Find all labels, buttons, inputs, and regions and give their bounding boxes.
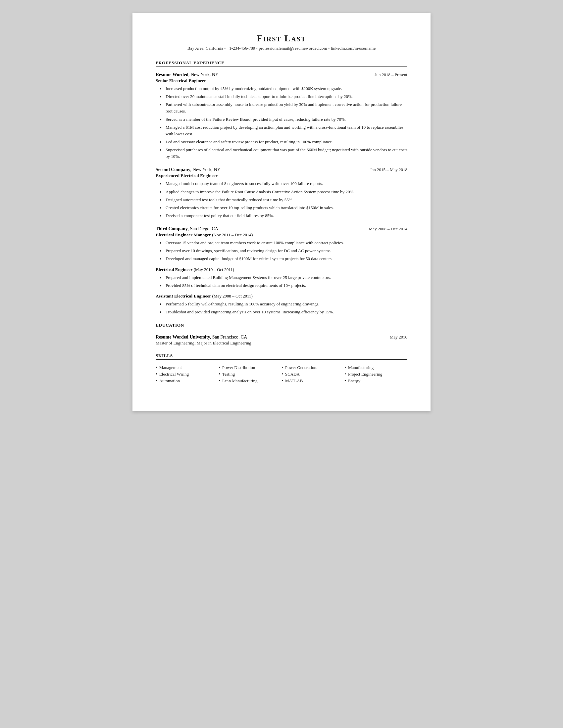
bullet-item-1-0-3: Created electronics circuits for over 10… bbox=[160, 205, 407, 211]
skills-column-1: •Power Distribution•Testing•Lean Manufac… bbox=[218, 364, 282, 384]
skill-item-0-2: •Automation bbox=[156, 378, 218, 384]
exp-company-0: Resume Worded, New York, NY bbox=[156, 71, 218, 77]
skill-item-2-1: •SCADA bbox=[282, 371, 345, 378]
role-title-2-0: Electrical Engineer Manager (Nov 2011 – … bbox=[156, 232, 407, 238]
skill-label-2-0: Power Generation. bbox=[285, 365, 317, 370]
education-section-title: Education bbox=[156, 323, 407, 329]
skill-label-1-1: Testing bbox=[222, 372, 235, 377]
bullet-item-0-0-1: Directed over 20 maintenance staff in da… bbox=[160, 93, 407, 100]
exp-header-0: Resume Worded, New York, NYJun 2018 – Pr… bbox=[156, 71, 407, 77]
role-2-1: Electrical Engineer (May 2010 – Oct 2011… bbox=[156, 267, 407, 289]
skills-column-0: •Management•Electrical Wiring•Automation bbox=[156, 364, 218, 384]
bullet-list-2-1: Prepared and implemented Building Manage… bbox=[156, 274, 407, 289]
bullet-item-2-1-0: Prepared and implemented Building Manage… bbox=[160, 274, 407, 281]
skills-column-3: •Manufacturing•Project Engineering•Energ… bbox=[345, 364, 407, 384]
exp-header-1: Second Company, New York, NYJan 2015 – M… bbox=[156, 166, 407, 172]
bullet-list-2-0: Oversaw 15 vendor and project team membe… bbox=[156, 240, 407, 262]
bullet-item-2-0-1: Prepared over 10 drawings, specification… bbox=[160, 248, 407, 254]
header-section: First Last Bay Area, California • +1-234… bbox=[156, 33, 407, 51]
exp-header-2: Third Company, San Diego, CAMay 2008 – D… bbox=[156, 226, 407, 232]
skill-label-1-0: Power Distribution bbox=[222, 365, 255, 370]
skill-label-0-2: Automation bbox=[159, 378, 180, 384]
skill-item-2-2: •MATLAB bbox=[282, 378, 345, 384]
bullet-item-2-2-1: Troubleshot and provided engineering ana… bbox=[160, 309, 407, 315]
skills-section-title: Skills bbox=[156, 353, 407, 360]
skill-label-2-1: SCADA bbox=[285, 372, 300, 377]
skill-bullet-icon: • bbox=[345, 372, 346, 377]
skill-bullet-icon: • bbox=[282, 365, 283, 370]
skill-item-3-2: •Energy bbox=[345, 378, 407, 384]
skill-bullet-icon: • bbox=[218, 372, 220, 377]
skill-bullet-icon: • bbox=[345, 365, 346, 370]
role-title-1-0: Experienced Electrical Engineer bbox=[156, 173, 407, 178]
bullet-list-2-2: Performed 5 facility walk-throughs, resu… bbox=[156, 301, 407, 315]
skill-label-0-1: Electrical Wiring bbox=[159, 372, 189, 377]
role-title-2-2: Assistant Electrical Engineer (May 2008 … bbox=[156, 294, 407, 299]
edu-date-0: May 2010 bbox=[390, 335, 407, 340]
skill-item-1-0: •Power Distribution bbox=[218, 364, 282, 371]
role-0-0: Senior Electrical EngineerIncreased prod… bbox=[156, 78, 407, 160]
bullet-item-1-0-2: Designed automated test tools that drama… bbox=[160, 197, 407, 203]
bullet-list-0-0: Increased production output by 45% by mo… bbox=[156, 85, 407, 160]
bullet-item-0-0-6: Supervised purchases of electrical and m… bbox=[160, 147, 407, 160]
bullet-list-1-0: Managed multi-company team of 8 engineer… bbox=[156, 180, 407, 219]
bullet-item-1-0-4: Devised a component test policy that cut… bbox=[160, 212, 407, 219]
skill-item-3-1: •Project Engineering bbox=[345, 371, 407, 378]
exp-entry-1: Second Company, New York, NYJan 2015 – M… bbox=[156, 166, 407, 219]
skill-bullet-icon: • bbox=[156, 372, 157, 377]
skill-label-0-0: Management bbox=[159, 365, 182, 370]
bullet-item-0-0-5: Led and oversaw clearance and safety rev… bbox=[160, 139, 407, 145]
edu-school-0: Resume Worded University, San Francisco,… bbox=[156, 334, 247, 340]
exp-entry-0: Resume Worded, New York, NYJun 2018 – Pr… bbox=[156, 71, 407, 160]
skill-label-2-2: MATLAB bbox=[285, 378, 303, 384]
bullet-item-0-0-4: Managed a $1M cost reduction project by … bbox=[160, 124, 407, 137]
skill-item-1-2: •Lean Manufacturing bbox=[218, 378, 282, 384]
role-2-0: Electrical Engineer Manager (Nov 2011 – … bbox=[156, 232, 407, 262]
experience-section: Professional Experience Resume Worded, N… bbox=[156, 60, 407, 315]
skill-item-2-0: •Power Generation. bbox=[282, 364, 345, 371]
role-title-0-0: Senior Electrical Engineer bbox=[156, 78, 407, 83]
exp-date-0: Jun 2018 – Present bbox=[375, 72, 407, 77]
resume-page: First Last Bay Area, California • +1-234… bbox=[132, 13, 431, 411]
edu-header-0: Resume Worded University, San Francisco,… bbox=[156, 334, 407, 340]
skill-label-3-1: Project Engineering bbox=[348, 372, 383, 377]
skill-label-3-0: Manufacturing bbox=[348, 365, 374, 370]
bullet-item-2-2-0: Performed 5 facility walk-throughs, resu… bbox=[160, 301, 407, 307]
bullet-item-1-0-0: Managed multi-company team of 8 engineer… bbox=[160, 180, 407, 187]
skills-column-2: •Power Generation.•SCADA•MATLAB bbox=[282, 364, 345, 384]
exp-company-1: Second Company, New York, NY bbox=[156, 166, 220, 172]
bullet-item-2-1-1: Provided 85% of technical data on electr… bbox=[160, 282, 407, 289]
skill-item-3-0: •Manufacturing bbox=[345, 364, 407, 371]
bullet-item-0-0-2: Partnered with subcontractor assembly ho… bbox=[160, 101, 407, 114]
education-section: Education Resume Worded University, San … bbox=[156, 323, 407, 346]
skill-bullet-icon: • bbox=[156, 378, 157, 384]
bullet-item-2-0-2: Developed and managed capital budget of … bbox=[160, 255, 407, 262]
skill-item-0-1: •Electrical Wiring bbox=[156, 371, 218, 378]
exp-entry-2: Third Company, San Diego, CAMay 2008 – D… bbox=[156, 226, 407, 315]
skill-bullet-icon: • bbox=[218, 365, 220, 370]
exp-company-2: Third Company, San Diego, CA bbox=[156, 226, 218, 232]
skill-bullet-icon: • bbox=[282, 372, 283, 377]
bullet-item-2-0-0: Oversaw 15 vendor and project team membe… bbox=[160, 240, 407, 246]
bullet-item-1-0-1: Applied changes to improve the Failure R… bbox=[160, 189, 407, 195]
skill-bullet-icon: • bbox=[282, 378, 283, 384]
bullet-item-0-0-3: Served as a member of the Failure Review… bbox=[160, 116, 407, 123]
skill-bullet-icon: • bbox=[218, 378, 220, 384]
candidate-name: First Last bbox=[156, 33, 407, 44]
edu-entry-0: Resume Worded University, San Francisco,… bbox=[156, 334, 407, 346]
role-1-0: Experienced Electrical EngineerManaged m… bbox=[156, 173, 407, 219]
contact-info: Bay Area, California • +1-234-456-789 • … bbox=[156, 46, 407, 51]
skills-grid: •Management•Electrical Wiring•Automation… bbox=[156, 364, 407, 384]
skill-label-3-2: Energy bbox=[348, 378, 360, 384]
skill-label-1-2: Lean Manufacturing bbox=[222, 378, 257, 384]
role-2-2: Assistant Electrical Engineer (May 2008 … bbox=[156, 294, 407, 315]
bullet-item-0-0-0: Increased production output by 45% by mo… bbox=[160, 85, 407, 92]
exp-date-2: May 2008 – Dec 2014 bbox=[369, 226, 407, 232]
skill-bullet-icon: • bbox=[156, 365, 157, 370]
exp-date-1: Jan 2015 – May 2018 bbox=[370, 167, 407, 172]
skill-bullet-icon: • bbox=[345, 378, 346, 384]
skills-section: Skills •Management•Electrical Wiring•Aut… bbox=[156, 353, 407, 384]
skill-item-0-0: •Management bbox=[156, 364, 218, 371]
skill-item-1-1: •Testing bbox=[218, 371, 282, 378]
experience-section-title: Professional Experience bbox=[156, 60, 407, 67]
